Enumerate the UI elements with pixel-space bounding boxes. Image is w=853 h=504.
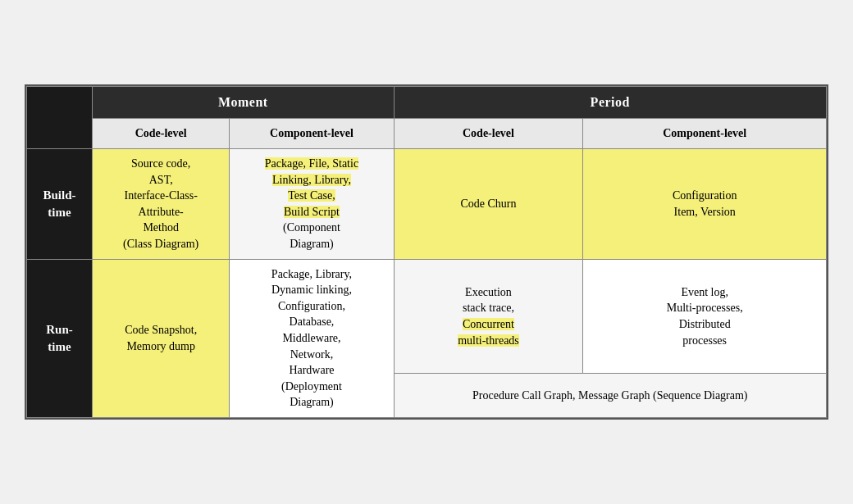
period-header: Period <box>394 87 826 119</box>
main-table-wrapper: Moment Period Code-level Component-level… <box>25 84 828 420</box>
runtime-row-header: Run-time <box>27 259 93 417</box>
runtime-period-code-cell: Executionstack trace,Concurrentmulti-thr… <box>394 259 583 374</box>
comparison-table: Moment Period Code-level Component-level… <box>26 86 827 418</box>
runtime-code-level-cell: Code Snapshot,Memory dump <box>93 259 230 417</box>
subheader-component-level-1: Component-level <box>230 119 394 149</box>
table-row: Build-time Source code,AST,Interface-Cla… <box>27 149 827 260</box>
table-row: Run-time Code Snapshot,Memory dump Packa… <box>27 259 827 374</box>
subheader-code-level-2: Code-level <box>394 119 583 149</box>
buildtime-component-level-cell: Package, File, StaticLinking, Library,Te… <box>230 149 394 260</box>
runtime-period-span-cell: Procedure Call Graph, Message Graph (Seq… <box>394 374 826 418</box>
moment-header: Moment <box>93 87 395 119</box>
subheader-component-level-2: Component-level <box>583 119 827 149</box>
buildtime-period-component-cell: ConfigurationItem, Version <box>583 149 827 260</box>
buildtime-code-level-cell: Source code,AST,Interface-Class-Attribut… <box>93 149 230 260</box>
buildtime-period-code-cell: Code Churn <box>394 149 583 260</box>
buildtime-row-header: Build-time <box>27 149 93 260</box>
runtime-period-component-cell: Event log,Multi-processes,Distributedpro… <box>583 259 827 374</box>
subheader-code-level-1: Code-level <box>93 119 230 149</box>
runtime-component-level-cell: Package, Library,Dynamic linking,Configu… <box>230 259 394 417</box>
empty-header-cell <box>27 87 93 149</box>
